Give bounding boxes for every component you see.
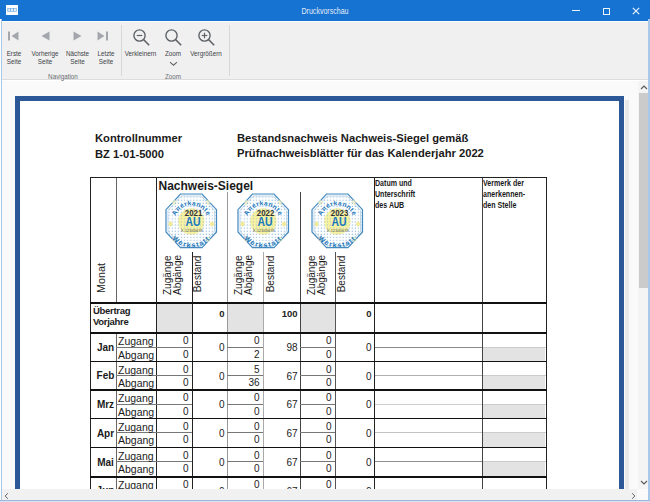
svg-text:AU: AU xyxy=(186,214,201,229)
svg-text:AU: AU xyxy=(331,214,346,229)
svg-text:AU: AU xyxy=(258,214,273,229)
svg-text:X 12345678: X 12345678 xyxy=(253,228,276,233)
svg-text:X 12345678: X 12345678 xyxy=(181,228,204,233)
svg-text:X 12345678: X 12345678 xyxy=(327,228,350,233)
